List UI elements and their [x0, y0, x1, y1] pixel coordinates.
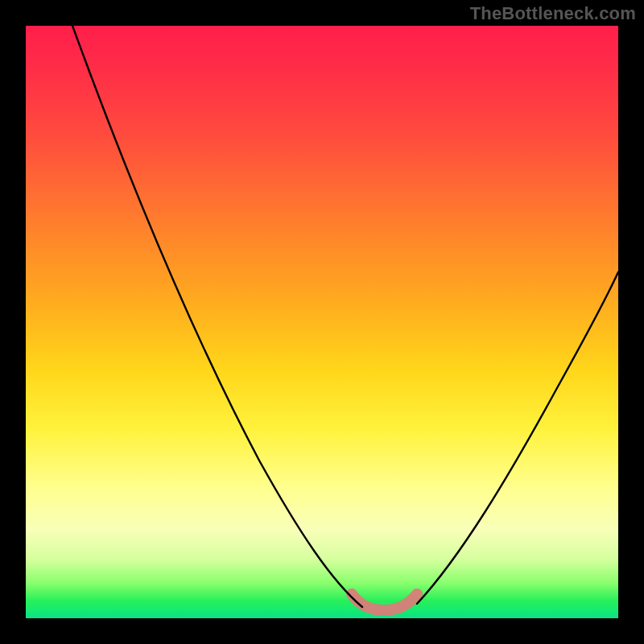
- chart-frame: TheBottleneck.com: [0, 0, 644, 644]
- plot-area: [26, 26, 618, 618]
- curve-left-branch: [72, 26, 362, 607]
- trough-highlight: [352, 594, 417, 610]
- curve-right-branch: [417, 272, 618, 604]
- watermark-text: TheBottleneck.com: [470, 3, 636, 24]
- curve-overlay: [26, 26, 618, 618]
